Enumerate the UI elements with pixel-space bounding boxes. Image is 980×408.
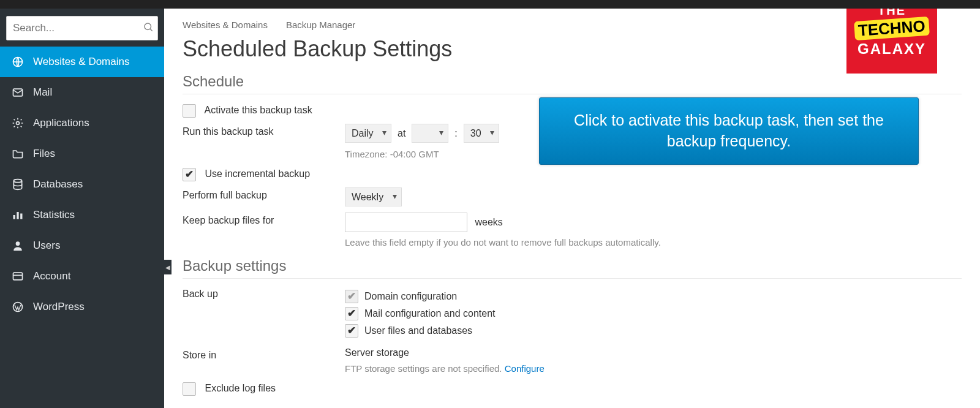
time-separator: : [454, 128, 457, 139]
activate-checkbox[interactable] [183, 104, 196, 118]
mail-icon [11, 86, 24, 99]
keep-label: Keep backup files for [183, 213, 345, 226]
sidebar-item-label: Files [33, 148, 55, 160]
section-backup-settings: Backup settings [183, 257, 962, 279]
sidebar-item-databases[interactable]: Databases [0, 169, 164, 200]
sidebar-item-label: Account [33, 270, 70, 282]
store-label: Store in [183, 347, 345, 361]
svg-rect-7 [17, 212, 18, 219]
search-input[interactable] [13, 22, 143, 34]
sidebar-item-wordpress[interactable]: WordPress [0, 292, 164, 322]
sidebar-item-account[interactable]: Account [0, 261, 164, 292]
backup-label: Back up [183, 286, 345, 300]
exclude-log-label: Exclude log files [205, 383, 276, 393]
svg-rect-10 [13, 273, 23, 280]
sidebar-item-label: Statistics [33, 209, 75, 221]
card-icon [11, 270, 24, 283]
page-title: Scheduled Backup Settings [183, 36, 962, 62]
section-schedule-heading: Schedule [183, 73, 962, 94]
full-backup-frequency-select[interactable]: Weekly [345, 187, 402, 206]
minute-select[interactable]: 30 [464, 124, 499, 143]
user-files-label: User files and databases [364, 325, 472, 336]
keep-weeks-input[interactable] [345, 213, 467, 232]
hour-select[interactable] [412, 124, 448, 143]
keep-hint: Leave this field empty if you do not wan… [345, 237, 962, 247]
user-icon [11, 239, 24, 252]
exclude-log-checkbox[interactable] [183, 382, 196, 396]
globe-icon [11, 55, 24, 69]
svg-point-9 [16, 241, 20, 246]
keep-unit: weeks [475, 217, 502, 227]
store-value: Server storage [345, 347, 962, 358]
sidebar: Websites & Domains Mail Applications Fil… [0, 9, 164, 408]
breadcrumb: Websites & Domains Backup Manager [183, 20, 962, 30]
svg-point-0 [145, 23, 151, 30]
sidebar-item-label: Websites & Domains [33, 56, 129, 68]
frequency-select[interactable]: Daily [345, 124, 391, 143]
incremental-checkbox[interactable] [183, 168, 196, 181]
logo-line-3: GALAXY [849, 40, 935, 58]
mail-config-checkbox[interactable] [345, 307, 358, 320]
store-hint-text: FTP storage settings are not specified. [345, 363, 505, 374]
breadcrumb-websites[interactable]: Websites & Domains [183, 20, 268, 30]
top-bar [0, 0, 980, 9]
configure-link[interactable]: Configure [505, 363, 545, 374]
tutorial-callout: Click to activate this backup task, then… [539, 97, 919, 165]
svg-rect-6 [13, 215, 15, 219]
sidebar-item-label: Mail [33, 86, 52, 99]
techno-galaxy-logo: THE TECHNO GALAXY [846, 9, 937, 74]
svg-point-5 [13, 179, 21, 183]
sidebar-item-applications[interactable]: Applications [0, 108, 164, 138]
sidebar-item-users[interactable]: Users [0, 230, 164, 261]
breadcrumb-backup-manager[interactable]: Backup Manager [286, 20, 355, 30]
search-box[interactable] [6, 16, 158, 40]
mail-config-label: Mail configuration and content [364, 308, 495, 319]
run-label: Run this backup task [183, 124, 345, 137]
sidebar-item-label: Databases [33, 178, 83, 191]
main-content: Websites & Domains Backup Manager Schedu… [164, 9, 980, 408]
folder-icon [11, 147, 24, 161]
user-files-checkbox[interactable] [345, 324, 358, 338]
logo-line-2: TECHNO [854, 17, 930, 40]
incremental-label: Use incremental backup [205, 168, 310, 179]
sidebar-item-statistics[interactable]: Statistics [0, 200, 164, 230]
sidebar-item-label: Users [33, 240, 60, 252]
sidebar-item-websites-domains[interactable]: Websites & Domains [0, 47, 164, 77]
domain-config-checkbox[interactable] [345, 290, 358, 303]
svg-line-1 [150, 29, 152, 31]
bar-chart-icon [11, 208, 24, 222]
sidebar-item-files[interactable]: Files [0, 138, 164, 169]
wordpress-icon [11, 300, 24, 314]
svg-rect-8 [20, 214, 22, 219]
gear-icon [11, 116, 24, 130]
sidebar-item-mail[interactable]: Mail [0, 77, 164, 108]
at-label: at [398, 128, 405, 139]
search-icon [143, 21, 154, 35]
svg-point-4 [17, 122, 20, 125]
sidebar-item-label: WordPress [33, 301, 85, 313]
domain-config-label: Domain configuration [364, 291, 457, 302]
database-icon [11, 178, 24, 191]
activate-label: Activate this backup task [205, 105, 312, 115]
sidebar-item-label: Applications [33, 117, 89, 129]
full-backup-label: Perform full backup [183, 187, 345, 201]
